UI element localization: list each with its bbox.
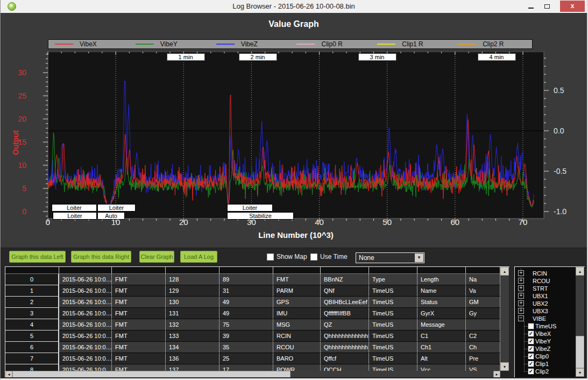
table-header-cell[interactable]	[417, 267, 466, 274]
table-cell[interactable]: Type	[369, 274, 417, 285]
table-cell[interactable]: RCOU	[273, 342, 321, 353]
table-vscrollbar[interactable]	[500, 267, 509, 371]
table-cell[interactable]: 2015-06-26 10:0…	[59, 308, 112, 319]
table-header-cell[interactable]	[112, 267, 166, 274]
scroll-up-button[interactable]: ▴	[500, 267, 509, 276]
tree-scroll-thumb[interactable]	[576, 336, 584, 368]
tree-item-rcin[interactable]: +RCIN	[515, 270, 574, 277]
table-cell[interactable]: Message	[417, 319, 466, 330]
table-cell[interactable]: 35	[219, 342, 273, 353]
tree-item-ubx2[interactable]: +UBX2	[515, 300, 574, 307]
table-cell[interactable]: 136	[166, 353, 219, 364]
table-cell[interactable]: Alt	[417, 353, 466, 364]
row-header-cell[interactable]: 1	[5, 285, 59, 297]
tree-item-vibez[interactable]: ✓VibeZ	[515, 345, 574, 353]
table-cell[interactable]: C2	[466, 330, 500, 342]
table-cell[interactable]: Na	[466, 274, 500, 285]
table-cell[interactable]: 39	[219, 330, 273, 342]
table-row[interactable]: 12015-06-26 10:0…FMT12931PARMQNfTimeUSNa…	[5, 285, 500, 297]
graph-data-left-button[interactable]: Graph this data Left	[9, 251, 66, 263]
show-map-checkbox[interactable]	[267, 254, 274, 261]
dropdown-arrow-icon[interactable]: ▼	[415, 254, 423, 262]
table-cell[interactable]: Va	[466, 285, 500, 297]
table-cell[interactable]: Length	[417, 274, 466, 285]
expand-icon[interactable]: +	[518, 293, 524, 299]
row-header-cell[interactable]: 8	[5, 364, 59, 371]
scroll-down-button[interactable]: ▾	[500, 362, 509, 371]
table-cell[interactable]: 2015-06-26 10:0…	[59, 285, 112, 297]
table-cell[interactable]: BBnNZ	[321, 274, 369, 285]
table-cell[interactable]: FMT	[112, 285, 166, 297]
table-cell[interactable]: FMT	[112, 297, 166, 308]
tree-item-vibe[interactable]: −VIBE	[515, 315, 574, 322]
table-row[interactable]: 82015-06-26 10:0FMT13717POWRQCCHTimeUSVc…	[5, 364, 500, 371]
tree-checkbox[interactable]: ✓	[528, 338, 534, 344]
table-cell[interactable]: FMT	[112, 353, 166, 364]
tree-item-clip2[interactable]: ✓Clip2	[515, 368, 574, 375]
table-cell[interactable]: GyrX	[417, 308, 466, 319]
table-cell[interactable]: RCIN	[273, 330, 321, 342]
close-button[interactable]: x	[560, 1, 585, 12]
table-cell[interactable]: QffffffIIfBB	[321, 308, 369, 319]
table-cell[interactable]: TimeUS	[369, 342, 417, 353]
table-cell[interactable]: Ch1	[417, 342, 466, 353]
expand-icon[interactable]: +	[518, 278, 524, 284]
tree-scroll-down-button[interactable]: ▾	[576, 368, 584, 377]
table-cell[interactable]: TimeUS	[369, 353, 417, 364]
table-cell[interactable]: TimeUS	[369, 297, 417, 308]
table-cell[interactable]: FMT	[112, 342, 166, 353]
tree-item-ubx3[interactable]: +UBX3	[515, 307, 574, 315]
table-cell[interactable]: TimeUS	[369, 285, 417, 297]
table-cell[interactable]: GM	[466, 297, 500, 308]
table-cell[interactable]: VS	[466, 364, 500, 371]
row-header-cell[interactable]: 4	[5, 319, 59, 330]
scroll-left-button[interactable]: ◂	[5, 371, 12, 377]
table-cell[interactable]: 2015-06-26 10:0…	[59, 319, 112, 330]
table-cell[interactable]: Ch	[466, 342, 500, 353]
table-cell[interactable]: FMT	[112, 330, 166, 342]
use-time-checkbox[interactable]	[310, 254, 317, 261]
table-cell[interactable]: PARM	[273, 285, 321, 297]
table-header-cell[interactable]	[466, 267, 500, 274]
table-cell[interactable]: 2015-06-26 10:0…	[59, 342, 112, 353]
table-cell[interactable]: 134	[166, 342, 219, 353]
table-cell[interactable]: 2015-06-26 10:0…	[59, 297, 112, 308]
table-cell[interactable]: 17	[219, 364, 273, 371]
table-cell[interactable]: FMT	[112, 274, 166, 285]
table-row[interactable]: 02015-06-26 10:0…FMT12889FMTBBnNZTypeLen…	[5, 274, 500, 285]
expand-icon[interactable]: +	[518, 300, 524, 306]
table-cell[interactable]: 2015-06-26 10:0…	[59, 353, 112, 364]
table-cell[interactable]	[466, 319, 500, 330]
tree-item-ubx1[interactable]: +UBX1	[515, 292, 574, 300]
table-cell[interactable]: Gy	[466, 308, 500, 319]
table-cell[interactable]: 132	[166, 319, 219, 330]
table-cell[interactable]: 129	[166, 285, 219, 297]
collapse-icon[interactable]: −	[518, 315, 524, 321]
table-header-cell[interactable]	[59, 267, 112, 274]
tree-item-vibex[interactable]: ✓VibeX	[515, 330, 574, 337]
table-row[interactable]: 32015-06-26 10:0…FMT13149IMUQffffffIIfBB…	[5, 308, 500, 319]
tree-checkbox[interactable]	[528, 323, 534, 329]
table-cell[interactable]: C1	[417, 330, 466, 342]
row-header-cell[interactable]: 6	[5, 342, 59, 353]
row-header-cell[interactable]: 2	[5, 297, 59, 308]
table-row[interactable]: 22015-06-26 10:0…FMT13049GPSQBIHBcLLeeEe…	[5, 297, 500, 308]
tree-scroll-up-button[interactable]: ▴	[576, 267, 584, 276]
table-cell[interactable]: QCCH	[321, 364, 369, 371]
table-cell[interactable]: TimeUS	[369, 308, 417, 319]
table-cell[interactable]: 131	[166, 308, 219, 319]
table-cell[interactable]: 75	[219, 319, 273, 330]
table-cell[interactable]: 25	[219, 353, 273, 364]
table-header-cell[interactable]	[219, 267, 273, 274]
row-header-cell[interactable]: 5	[5, 330, 59, 342]
tree-item-clip1[interactable]: ✓Clip1	[515, 360, 574, 368]
graph-data-right-button[interactable]: Graph this data Right	[71, 251, 131, 263]
table-row[interactable]: 72015-06-26 10:0…FMT13625BAROQffcfTimeUS…	[5, 353, 500, 364]
scroll-right-button[interactable]: ▸	[493, 371, 500, 377]
table-cell[interactable]: Qhhhhhhhhhhhh	[321, 342, 369, 353]
row-header-cell[interactable]: 3	[5, 308, 59, 319]
table-cell[interactable]: 31	[219, 285, 273, 297]
table-cell[interactable]: Qffcf	[321, 353, 369, 364]
tree-item-rcou[interactable]: +RCOU	[515, 277, 574, 285]
data-source-dropdown[interactable]: None ▼	[356, 252, 424, 263]
